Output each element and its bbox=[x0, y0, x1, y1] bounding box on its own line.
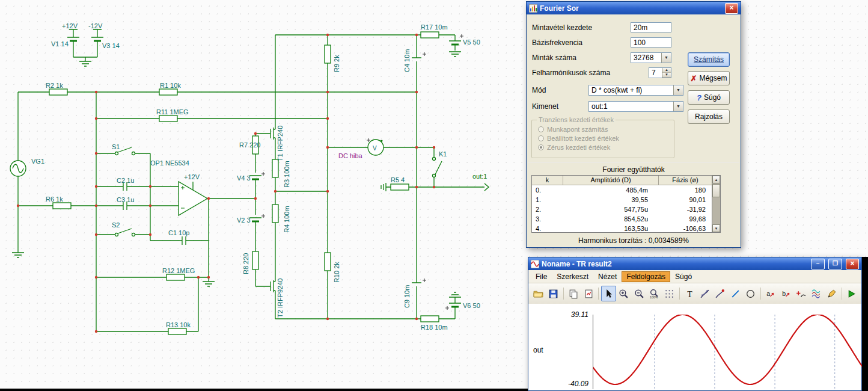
fourier-dialog-titlebar[interactable]: Fourier Sor × bbox=[527, 2, 741, 14]
table-row[interactable]: 2. 547,75u -31,92 bbox=[532, 205, 712, 214]
grid-icon[interactable] bbox=[662, 286, 677, 301]
minimize-icon[interactable]: – bbox=[811, 259, 825, 269]
y-axis-max-label: 39.11 bbox=[552, 310, 588, 319]
menu-feldolgozas[interactable]: Feldolgozás bbox=[622, 271, 670, 282]
scroll-down-icon[interactable]: ▼ bbox=[712, 224, 720, 232]
zoom-in-icon[interactable] bbox=[617, 286, 631, 301]
tr-toolbar: 100% T a b bbox=[528, 283, 861, 304]
cell-k: 1. bbox=[532, 195, 563, 205]
zoom-100-label: 100% bbox=[650, 295, 658, 299]
voltmeter-letter: V bbox=[373, 145, 377, 152]
sample-count-select[interactable]: 32768 ▼ bbox=[631, 52, 671, 63]
label-v1: V1 14 bbox=[51, 40, 69, 48]
table-scrollbar[interactable]: ▲ ▼ bbox=[712, 175, 721, 233]
spin-up-icon[interactable]: ▲ bbox=[662, 68, 671, 73]
spin-down-icon[interactable]: ▼ bbox=[662, 73, 671, 78]
run-icon[interactable] bbox=[845, 286, 859, 301]
tr-window-titlebar[interactable]: Noname - TR result2 – ❐ × bbox=[528, 257, 861, 270]
menu-szerkeszt[interactable]: Szerkeszt bbox=[552, 271, 593, 282]
label-r4: R4 100m bbox=[283, 206, 290, 233]
marker-a-icon[interactable]: a bbox=[763, 286, 778, 301]
cancel-button[interactable]: ✗ Mégsem bbox=[688, 71, 730, 85]
cursor-plus-icon[interactable] bbox=[794, 286, 808, 301]
cursor-tool-icon[interactable] bbox=[601, 286, 616, 301]
draw-button[interactable]: Rajzolás bbox=[688, 109, 730, 124]
schematic-components[interactable] bbox=[10, 32, 439, 334]
line-tool-icon[interactable] bbox=[728, 286, 742, 301]
help-button[interactable]: ? Súgó bbox=[688, 90, 730, 105]
output-select[interactable]: out:1 ▼ bbox=[588, 101, 683, 112]
calculate-button[interactable]: Számítás bbox=[688, 52, 730, 67]
label-t2: T2 IRFP9240 bbox=[277, 279, 284, 318]
harmonics-icon[interactable] bbox=[809, 286, 824, 301]
text-tool-icon[interactable]: T bbox=[682, 286, 697, 301]
menu-file[interactable]: File bbox=[531, 271, 552, 282]
output-value: out:1 bbox=[589, 102, 673, 111]
coefficients-table: k Amplitúdó (D) Fázis (ø) 0. 485,4m 180 … bbox=[531, 175, 712, 233]
ellipse-tool-icon[interactable] bbox=[743, 286, 757, 301]
zoom-out-icon[interactable] bbox=[632, 286, 646, 301]
label-r9: R9 2k bbox=[333, 55, 340, 72]
cell-amplitude: 547,75u bbox=[563, 205, 659, 214]
label-r6: R6 1k bbox=[46, 196, 63, 203]
label-v2: V2 3 bbox=[237, 217, 251, 224]
radio-label: Zérus kezdeti értékek bbox=[547, 144, 610, 151]
table-row[interactable]: 4. 163,53u -106,63 bbox=[532, 224, 712, 233]
restore-icon[interactable]: ❐ bbox=[828, 259, 842, 269]
table-row[interactable]: 3. 854,52u 99,68 bbox=[532, 214, 712, 224]
label-mode: Mód bbox=[532, 86, 546, 94]
probe-alt-icon[interactable] bbox=[713, 286, 727, 301]
scrollbar-thumb[interactable] bbox=[712, 184, 720, 197]
table-header-row: k Amplitúdó (D) Fázis (ø) bbox=[532, 176, 712, 185]
zoom-100-icon[interactable]: 100% bbox=[647, 286, 661, 301]
label-r1: R1 10k bbox=[160, 82, 181, 89]
chevron-down-icon[interactable]: ▼ bbox=[673, 102, 683, 111]
copy-page-icon[interactable] bbox=[581, 286, 596, 301]
close-icon[interactable]: × bbox=[725, 3, 738, 14]
table-row[interactable]: 0. 485,4m 180 bbox=[532, 185, 712, 195]
col-amplitude: Amplitúdó (D) bbox=[563, 176, 659, 185]
table-row[interactable]: 1. 39,55 90,01 bbox=[532, 195, 712, 205]
menu-sugo[interactable]: Súgó bbox=[670, 271, 697, 282]
fourier-dialog: Fourier Sor × Mintavétel kezdete 20m Báz… bbox=[526, 1, 741, 248]
cell-phase: 180 bbox=[659, 185, 712, 195]
label-r18: R18 10m bbox=[421, 324, 448, 331]
cell-k: 4. bbox=[532, 224, 563, 233]
open-folder-icon[interactable] bbox=[531, 286, 545, 301]
copy-icon[interactable] bbox=[566, 286, 581, 301]
transient-group-title: Tranziens kezdeti értékek bbox=[537, 116, 616, 123]
close-icon[interactable]: × bbox=[846, 259, 859, 269]
sampling-start-input[interactable]: 20m bbox=[631, 22, 671, 32]
cell-phase: -106,63 bbox=[659, 224, 712, 233]
cell-phase: 99,68 bbox=[659, 214, 712, 224]
tr-window-title: Noname - TR result2 bbox=[542, 260, 612, 268]
mode-value: D * cos(kwt + fi) bbox=[589, 85, 673, 95]
tr-window-icon bbox=[531, 260, 539, 268]
tr-plot-svg[interactable] bbox=[593, 315, 863, 389]
radio-icon bbox=[538, 126, 544, 132]
chevron-down-icon[interactable]: ▼ bbox=[661, 53, 671, 63]
label-v3: V3 14 bbox=[102, 42, 120, 49]
cell-amplitude: 163,53u bbox=[563, 224, 659, 233]
label-out1: out:1 bbox=[472, 173, 487, 180]
toolbar-separator bbox=[760, 288, 761, 300]
cancel-button-label: Mégsem bbox=[699, 74, 727, 82]
label-v4: V4 3 bbox=[237, 174, 251, 182]
pencil-icon[interactable] bbox=[824, 286, 839, 301]
mode-select[interactable]: D * cos(kwt + fi) ▼ bbox=[588, 85, 683, 96]
harmonics-count-stepper[interactable]: 7 ▲▼ bbox=[649, 67, 671, 78]
radio-beallitott: Beállított kezdeti értékek bbox=[538, 135, 619, 142]
marker-b-icon[interactable]: b bbox=[778, 286, 793, 301]
chevron-down-icon[interactable]: ▼ bbox=[673, 85, 683, 95]
fourier-dialog-icon bbox=[529, 4, 537, 13]
save-icon[interactable] bbox=[546, 286, 560, 301]
desktop: +12V -12V V1 14 V3 14 R2 1k R1 10k R11 1… bbox=[0, 0, 868, 391]
cell-amplitude: 485,4m bbox=[563, 185, 659, 195]
cell-phase: 90,01 bbox=[659, 195, 712, 205]
base-frequency-input[interactable]: 100 bbox=[631, 37, 671, 48]
menu-nezet[interactable]: Nézet bbox=[593, 271, 622, 282]
scroll-up-icon[interactable]: ▲ bbox=[712, 176, 720, 183]
tr-plot-area[interactable]: 39.11 -40.09 out bbox=[528, 304, 861, 390]
probe-icon[interactable] bbox=[697, 286, 712, 301]
col-k: k bbox=[532, 176, 563, 185]
